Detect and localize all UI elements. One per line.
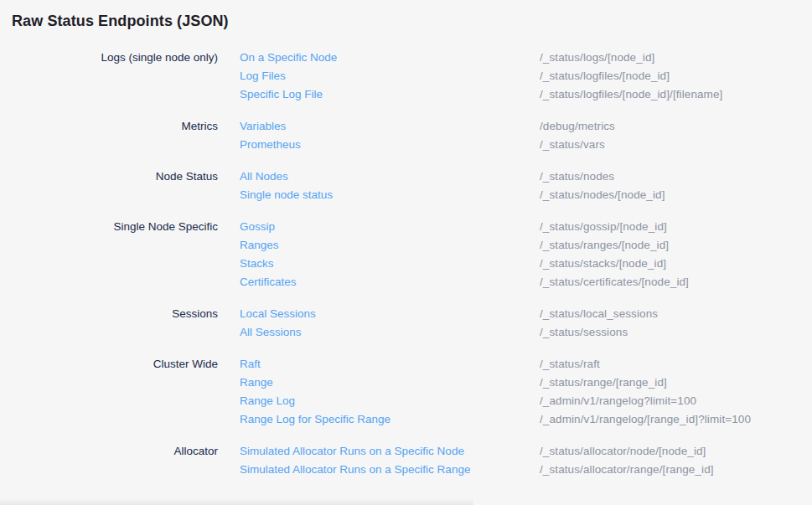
endpoint-path: /_status/vars [540,136,605,154]
endpoint-row: Range Log for Specific Range /_admin/v1/… [240,410,800,429]
endpoint-path: /_status/certificates/[node_id] [540,273,689,291]
endpoint-path: /_status/allocator/range/[range_id] [540,461,714,479]
endpoint-link[interactable]: On a Specific Node [240,49,540,67]
endpoint-row: Simulated Allocator Runs on a Specific N… [240,442,800,461]
endpoint-path: /_status/sessions [540,323,628,342]
endpoint-row: Log Files /_status/logfiles/[node_id] [240,67,800,85]
endpoint-row: Certificates /_status/certificates/[node… [240,273,800,291]
endpoint-section: Cluster Wide Raft /_status/raft Range /_… [12,355,800,429]
endpoint-row: Local Sessions /_status/local_sessions [240,305,800,323]
endpoint-path: /_status/stacks/[node_id] [540,255,666,273]
endpoint-row: Simulated Allocator Runs on a Specific R… [240,461,800,479]
endpoint-section: Node Status All Nodes /_status/nodes Sin… [12,167,800,204]
endpoint-link[interactable]: Single node status [240,186,540,204]
category-label: Sessions [12,305,218,323]
endpoint-link[interactable]: Range Log for Specific Range [240,410,540,429]
endpoint-link[interactable]: Specific Log File [240,85,540,104]
endpoint-link[interactable]: Prometheus [240,136,540,154]
endpoint-link[interactable]: Simulated Allocator Runs on a Specific R… [240,461,540,479]
endpoint-path: /_status/logfiles/[node_id]/[filename] [540,85,722,104]
category-label: Single Node Specific [12,218,218,236]
page-title: Raw Status Endpoints (JSON) [12,11,800,31]
endpoint-path: /_admin/v1/rangelog?limit=100 [540,392,696,410]
endpoint-link[interactable]: Variables [240,117,540,136]
endpoint-link[interactable]: Stacks [240,255,540,273]
endpoint-row: Variables /debug/metrics [240,117,800,136]
bottom-shadow-strip [0,498,473,505]
endpoint-path: /_admin/v1/rangelog/[range_id]?limit=100 [540,410,751,429]
endpoint-link[interactable]: Range Log [240,392,540,410]
section-rows: Raft /_status/raft Range /_status/range/… [218,355,800,429]
section-rows: Local Sessions /_status/local_sessions A… [218,305,800,342]
endpoint-row: Specific Log File /_status/logfiles/[nod… [240,85,800,104]
section-rows: On a Specific Node /_status/logs/[node_i… [218,49,800,104]
section-rows: Gossip /_status/gossip/[node_id] Ranges … [218,218,800,291]
endpoint-link[interactable]: All Sessions [240,323,540,342]
category-label: Metrics [12,117,218,136]
endpoint-link[interactable]: Local Sessions [240,305,540,323]
endpoint-path: /_status/nodes/[node_id] [540,186,665,204]
endpoint-link[interactable]: Raft [240,355,540,374]
endpoint-sections: Logs (single node only) On a Specific No… [12,49,800,479]
category-label: Cluster Wide [12,355,218,374]
endpoint-path: /_status/ranges/[node_id] [540,236,669,255]
endpoint-row: Ranges /_status/ranges/[node_id] [240,236,800,255]
endpoint-path: /_status/nodes [540,167,614,186]
endpoint-row: All Sessions /_status/sessions [240,323,800,342]
endpoint-row: Range Log /_admin/v1/rangelog?limit=100 [240,392,800,410]
endpoint-section: Allocator Simulated Allocator Runs on a … [12,442,800,479]
endpoint-link[interactable]: Ranges [240,236,540,255]
endpoint-section: Single Node Specific Gossip /_status/gos… [12,218,800,291]
endpoint-path: /_status/range/[range_id] [540,374,667,392]
endpoint-path: /_status/allocator/node/[node_id] [540,442,706,461]
endpoint-link[interactable]: Certificates [240,273,540,291]
section-rows: All Nodes /_status/nodes Single node sta… [218,167,800,204]
endpoint-link[interactable]: Gossip [240,218,540,236]
endpoint-link[interactable]: Log Files [240,67,540,85]
endpoint-path: /_status/logs/[node_id] [540,49,654,67]
endpoint-row: Range /_status/range/[range_id] [240,374,800,392]
endpoint-path: /_status/raft [540,355,600,374]
endpoint-path: /debug/metrics [540,117,615,136]
endpoint-row: On a Specific Node /_status/logs/[node_i… [240,49,800,67]
endpoint-link[interactable]: Range [240,374,540,392]
endpoint-link[interactable]: All Nodes [240,167,540,186]
endpoint-section: Sessions Local Sessions /_status/local_s… [12,305,800,342]
endpoint-path: /_status/local_sessions [540,305,658,323]
endpoint-path: /_status/logfiles/[node_id] [540,67,670,85]
endpoint-section: Logs (single node only) On a Specific No… [12,49,800,104]
endpoint-row: Raft /_status/raft [240,355,800,374]
category-label: Logs (single node only) [12,49,218,67]
endpoint-path: /_status/gossip/[node_id] [540,218,667,236]
section-rows: Variables /debug/metrics Prometheus /_st… [218,117,800,154]
category-label: Node Status [12,167,218,186]
endpoint-row: All Nodes /_status/nodes [240,167,800,186]
section-rows: Simulated Allocator Runs on a Specific N… [218,442,800,479]
endpoint-row: Single node status /_status/nodes/[node_… [240,186,800,204]
endpoint-section: Metrics Variables /debug/metrics Prometh… [12,117,800,154]
category-label: Allocator [12,442,218,461]
debug-endpoints-page: Raw Status Endpoints (JSON) Logs (single… [0,0,812,505]
endpoint-row: Stacks /_status/stacks/[node_id] [240,255,800,273]
endpoint-row: Gossip /_status/gossip/[node_id] [240,218,800,236]
endpoint-row: Prometheus /_status/vars [240,136,800,154]
endpoint-link[interactable]: Simulated Allocator Runs on a Specific N… [240,442,540,461]
